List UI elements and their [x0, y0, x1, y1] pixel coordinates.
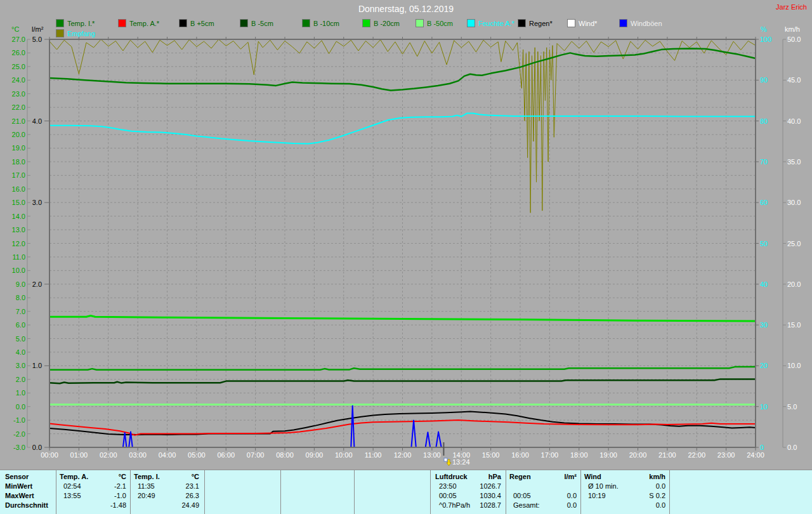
col-unit: km/h [649, 473, 665, 480]
svg-text:0.0: 0.0 [32, 444, 42, 451]
cell-time: 20:49 [138, 492, 155, 499]
svg-text:7.0: 7.0 [16, 308, 25, 315]
stats-cell: 20:4926.3 [134, 492, 199, 500]
table-separator [130, 470, 131, 514]
svg-text:13.0: 13.0 [12, 226, 25, 234]
col-unit: °C [192, 473, 199, 480]
humidity-axis: 0102030405060708090100 [756, 36, 771, 451]
svg-text:60: 60 [760, 199, 768, 206]
svg-text:5.0: 5.0 [16, 335, 25, 343]
svg-text:20.0: 20.0 [12, 131, 25, 138]
svg-text:13:00: 13:00 [423, 451, 441, 459]
svg-text:27.0: 27.0 [12, 36, 25, 43]
svg-text:16.0: 16.0 [12, 185, 25, 193]
cell-time: Ø 10 min. [588, 482, 619, 490]
col-name: Regen [509, 473, 531, 480]
table-separator [506, 470, 506, 514]
svg-text:30.0: 30.0 [787, 199, 801, 206]
stats-cell: 13:55-1.0 [60, 492, 126, 500]
svg-text:23:00: 23:00 [717, 451, 735, 459]
cell-value: S 0.2 [649, 492, 665, 499]
svg-text:1.0: 1.0 [32, 362, 42, 369]
svg-text:25.0: 25.0 [787, 240, 801, 247]
svg-text:0.0: 0.0 [16, 403, 25, 411]
row-label-maxwert: MaxWert [5, 492, 34, 499]
svg-text:17.0: 17.0 [12, 171, 25, 179]
stats-cell: 23:501026.7 [435, 482, 501, 491]
svg-text:90: 90 [760, 76, 768, 84]
svg-text:10:00: 10:00 [335, 451, 353, 459]
rain-axis: 0.01.02.03.04.05.0 [32, 36, 49, 451]
svg-text:11:00: 11:00 [365, 451, 382, 459]
cell-time: 13:55 [63, 492, 81, 499]
time-axis: 00:0001:0002:0003:0004:0005:0006:0007:00… [41, 37, 764, 459]
svg-text:14.0: 14.0 [12, 213, 25, 220]
svg-text:50: 50 [760, 240, 768, 247]
cell-time: 00:05 [513, 492, 531, 499]
svg-text:4.0: 4.0 [32, 117, 42, 125]
svg-text:20.0: 20.0 [787, 280, 801, 288]
cell-value: -2.1 [114, 482, 126, 490]
svg-text:22:00: 22:00 [688, 451, 705, 459]
svg-text:40: 40 [760, 280, 768, 288]
svg-text:21:00: 21:00 [658, 451, 676, 459]
svg-text:24:00: 24:00 [747, 451, 764, 459]
svg-text:19:00: 19:00 [599, 451, 617, 459]
cell-time: 11:35 [138, 482, 155, 490]
svg-text:25.0: 25.0 [12, 63, 25, 70]
svg-text:10.0: 10.0 [12, 267, 25, 274]
stats-cell: 11:3523.1 [134, 482, 199, 491]
chart-canvas: -3.0-2.0-1.00.01.02.03.04.05.06.07.08.09… [0, 0, 812, 470]
svg-text:5.0: 5.0 [787, 403, 797, 411]
table-separator [56, 470, 56, 514]
svg-text:20:00: 20:00 [629, 451, 647, 459]
stats-cell: 0.0 [584, 501, 665, 510]
stats-cell: Gesamt:0.0 [509, 501, 577, 510]
stats-cell: 00:051030.4 [435, 492, 501, 500]
cell-value: 1030.4 [480, 492, 501, 499]
svg-text:1.0: 1.0 [16, 389, 25, 397]
svg-text:22.0: 22.0 [12, 103, 25, 111]
svg-text:23.0: 23.0 [12, 90, 25, 98]
svg-text:-1.0: -1.0 [13, 416, 25, 424]
svg-text:35.0: 35.0 [787, 158, 801, 166]
cell-value: 23.1 [186, 482, 199, 490]
stats-col-wind: Windkm/hØ 10 min.0.010:19S 0.20.0 [584, 470, 665, 514]
col-name: Wind [584, 473, 601, 480]
svg-text:01:00: 01:00 [70, 451, 88, 459]
svg-text:45.0: 45.0 [787, 76, 801, 84]
series-empfang [49, 39, 756, 213]
svg-text:12:00: 12:00 [394, 451, 412, 459]
stats-cell: ^0.7hPa/h1028.7 [435, 501, 501, 510]
cell-value: 1026.7 [480, 482, 501, 490]
svg-text:70: 70 [760, 158, 768, 166]
svg-text:07:00: 07:00 [247, 451, 265, 459]
svg-text:26.0: 26.0 [12, 49, 25, 56]
series-b-5cm [49, 411, 756, 435]
table-separator [430, 470, 431, 514]
svg-text:15:00: 15:00 [482, 451, 500, 459]
svg-text:18:00: 18:00 [570, 451, 588, 459]
svg-text:40.0: 40.0 [787, 117, 801, 125]
cell-time: 02:54 [63, 482, 81, 490]
stats-cell: Ø 10 min.0.0 [584, 482, 665, 491]
stats-col-temp-i: Temp. I.°C11:3523.120:4926.324.49 [134, 470, 199, 514]
series-windb-en [49, 405, 756, 447]
row-label-sensor: Sensor [5, 473, 29, 480]
cell-value: 0.0 [567, 501, 577, 509]
col-unit: hPa [488, 473, 501, 480]
sunset-time: 13:24 [452, 458, 470, 466]
svg-text:80: 80 [760, 117, 768, 125]
stats-cell: -1.48 [60, 501, 126, 510]
stats-row-labels: SensorMinWertMaxWertDurchschnitt [5, 470, 55, 514]
stats-col-luftdruck: LuftdruckhPa23:501026.700:051030.4^0.7hP… [435, 470, 501, 514]
stats-table: SensorMinWertMaxWertDurchschnittTemp. A.… [0, 470, 812, 514]
svg-text:12.0: 12.0 [12, 240, 25, 247]
cell-value: 0.0 [567, 492, 577, 499]
cell-time: 23:50 [439, 482, 457, 490]
svg-text:00:00: 00:00 [41, 451, 58, 459]
row-label-minwert: MinWert [5, 482, 32, 490]
svg-text:02:00: 02:00 [100, 451, 117, 459]
table-separator [204, 470, 205, 514]
svg-text:8.0: 8.0 [16, 294, 25, 301]
